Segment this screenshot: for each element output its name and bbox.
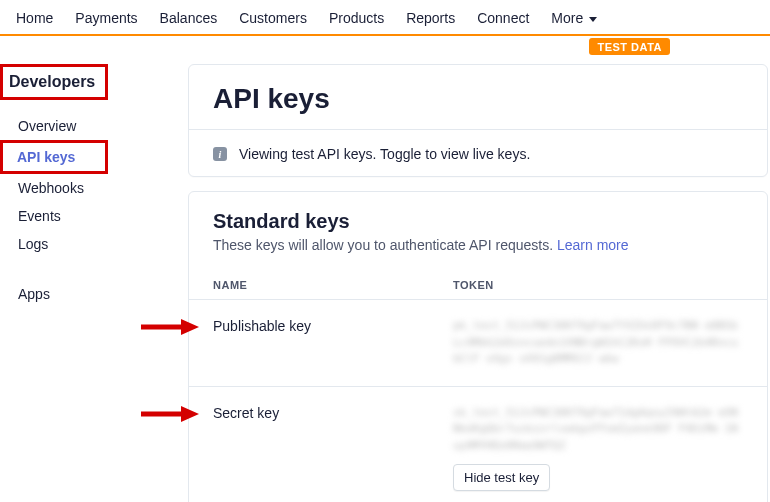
key-name-publishable: Publishable key <box>213 318 453 368</box>
svg-marker-3 <box>181 406 199 422</box>
table-row: Publishable key pk_test_51JcPWC38079gFaw… <box>189 300 767 387</box>
learn-more-link[interactable]: Learn more <box>557 237 629 253</box>
info-text: Viewing test API keys. Toggle to view li… <box>239 146 530 162</box>
obscured-token-text: sk_test_51JcPWC38079gFaw71dgAqoyZ4WtA2m … <box>453 405 743 455</box>
arrow-annotation-icon <box>137 316 199 338</box>
page-title: API keys <box>213 83 743 115</box>
table-row: Secret key sk_test_51JcPWC38079gFaw71dgA… <box>189 387 767 503</box>
top-nav: Home Payments Balances Customers Product… <box>0 0 770 36</box>
sidebar-nav-list-extra: Apps <box>0 280 180 308</box>
standard-keys-title: Standard keys <box>213 210 743 233</box>
nav-products[interactable]: Products <box>329 10 384 26</box>
test-data-badge: TEST DATA <box>589 38 670 55</box>
keys-table-header: NAME TOKEN <box>189 261 767 300</box>
sidebar-item-events[interactable]: Events <box>0 202 180 230</box>
standard-keys-subtitle-text: These keys will allow you to authenticat… <box>213 237 553 253</box>
key-token-secret: sk_test_51JcPWC38079gFaw71dgAqoyZ4WtA2m … <box>453 405 743 492</box>
nav-customers[interactable]: Customers <box>239 10 307 26</box>
nav-reports[interactable]: Reports <box>406 10 455 26</box>
sidebar-item-apps[interactable]: Apps <box>0 280 180 308</box>
arrow-annotation-icon <box>137 403 199 425</box>
nav-more-label: More <box>551 10 583 26</box>
key-name-secret: Secret key <box>213 405 453 492</box>
column-name: NAME <box>213 279 453 291</box>
nav-connect[interactable]: Connect <box>477 10 529 26</box>
chevron-down-icon <box>589 17 597 22</box>
nav-payments[interactable]: Payments <box>75 10 137 26</box>
obscured-token-text: pk_test_51JcPWC38079gFaw7YXZUvDF9c7BN e8… <box>453 318 743 368</box>
nav-home[interactable]: Home <box>16 10 53 26</box>
sidebar-nav-list: Overview API keys Webhooks Events Logs <box>0 112 180 258</box>
main-content: API keys i Viewing test API keys. Toggle… <box>180 64 770 502</box>
column-token: TOKEN <box>453 279 743 291</box>
svg-marker-1 <box>181 319 199 335</box>
nav-more[interactable]: More <box>551 10 597 26</box>
hide-test-key-button[interactable]: Hide test key <box>453 464 550 491</box>
sidebar-item-logs[interactable]: Logs <box>0 230 180 258</box>
standard-keys-section: Standard keys These keys will allow you … <box>188 191 768 502</box>
page-header-card: API keys i Viewing test API keys. Toggle… <box>188 64 768 177</box>
standard-keys-subtitle: These keys will allow you to authenticat… <box>213 237 743 253</box>
key-token-publishable[interactable]: pk_test_51JcPWC38079gFaw7YXZUvDF9c7BN e8… <box>453 318 743 368</box>
sidebar-item-overview[interactable]: Overview <box>0 112 180 140</box>
sidebar-item-webhooks[interactable]: Webhooks <box>0 174 180 202</box>
sidebar-heading-developers[interactable]: Developers <box>0 64 108 100</box>
sidebar-item-api-keys[interactable]: API keys <box>0 140 108 174</box>
sidebar: Developers Overview API keys Webhooks Ev… <box>0 64 180 502</box>
info-banner: i Viewing test API keys. Toggle to view … <box>189 129 767 176</box>
nav-balances[interactable]: Balances <box>160 10 218 26</box>
info-icon: i <box>213 147 227 161</box>
